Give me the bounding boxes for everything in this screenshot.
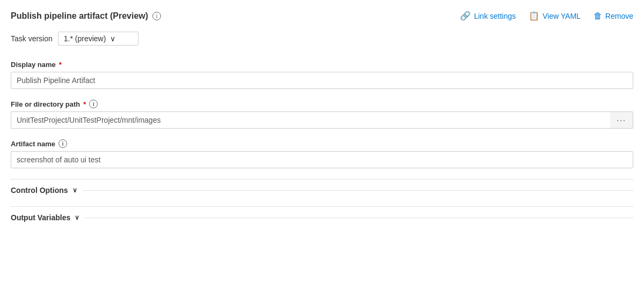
display-name-label: Display name * xyxy=(11,61,633,69)
trash-icon: 🗑 xyxy=(594,11,602,21)
display-name-required: * xyxy=(59,61,62,69)
display-name-input[interactable] xyxy=(11,72,633,89)
header-actions: 🔗 Link settings 📋 View YAML 🗑 Remove xyxy=(460,11,633,21)
control-options-label: Control Options ∨ xyxy=(11,186,77,195)
task-version-row: Task version 1.* (preview) ∨ xyxy=(11,32,633,46)
output-variables-section[interactable]: Output Variables ∨ xyxy=(11,206,633,228)
output-variables-chevron: ∨ xyxy=(75,214,79,221)
file-path-required: * xyxy=(83,100,86,108)
control-options-section[interactable]: Control Options ∨ xyxy=(11,179,633,201)
page-header: Publish pipeline artifact (Preview) i 🔗 … xyxy=(11,11,633,21)
task-version-label: Task version xyxy=(11,34,53,43)
file-path-info-icon[interactable]: i xyxy=(89,100,98,108)
yaml-icon: 📋 xyxy=(529,11,539,21)
artifact-name-label: Artifact name i xyxy=(11,139,633,148)
file-path-browse-button[interactable]: ··· xyxy=(610,111,633,129)
file-path-field-group: File or directory path * i ··· xyxy=(11,100,633,129)
link-settings-button[interactable]: 🔗 Link settings xyxy=(460,11,516,21)
task-version-select[interactable]: 1.* (preview) ∨ xyxy=(58,32,138,46)
header-left: Publish pipeline artifact (Preview) i xyxy=(11,11,161,21)
artifact-name-field-group: Artifact name i xyxy=(11,139,633,168)
view-yaml-button[interactable]: 📋 View YAML xyxy=(529,11,581,21)
artifact-name-input[interactable] xyxy=(11,151,633,168)
file-path-wrapper: ··· xyxy=(11,111,633,129)
file-path-input[interactable] xyxy=(11,111,610,129)
file-path-label: File or directory path * i xyxy=(11,100,633,108)
control-options-divider xyxy=(83,190,633,191)
control-options-chevron: ∨ xyxy=(72,186,77,194)
display-name-field-group: Display name * xyxy=(11,61,633,89)
task-version-value: 1.* (preview) xyxy=(64,34,106,43)
artifact-name-info-icon[interactable]: i xyxy=(58,139,67,148)
link-icon: 🔗 xyxy=(460,11,471,21)
output-variables-divider xyxy=(85,218,633,218)
page-title: Publish pipeline artifact (Preview) xyxy=(11,11,148,21)
remove-button[interactable]: 🗑 Remove xyxy=(594,11,633,21)
title-info-icon[interactable]: i xyxy=(152,12,161,20)
output-variables-label: Output Variables ∨ xyxy=(11,213,79,222)
task-version-chevron: ∨ xyxy=(110,34,115,43)
